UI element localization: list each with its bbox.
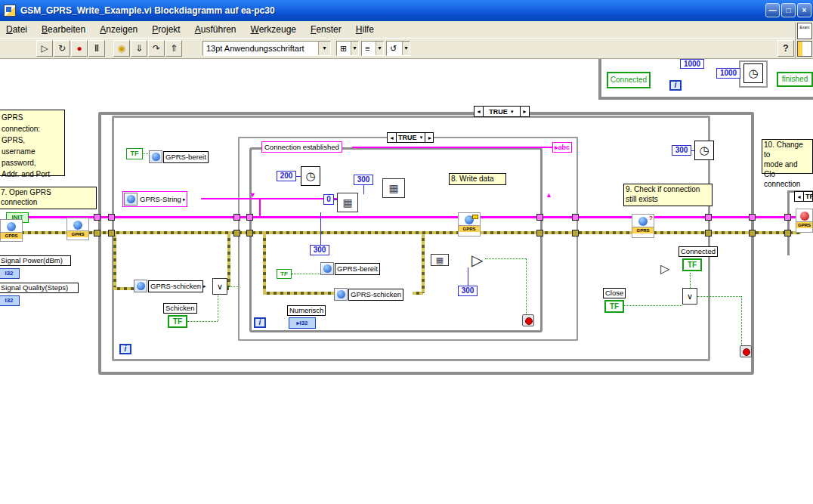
signal-power-label[interactable]: Signal Power(dBm) bbox=[0, 255, 71, 266]
reorder-dropdown[interactable]: ↺ ▼ bbox=[386, 41, 410, 56]
block-diagram-canvas[interactable]: 1000 Connected 1000 ◷ i finished GPRS co… bbox=[0, 59, 813, 504]
close-label[interactable]: Close bbox=[603, 288, 626, 298]
connected-boolean-indicator[interactable]: TF bbox=[682, 258, 702, 271]
gprs-schicken-subvi[interactable]: GPRS-schicken ▸ bbox=[134, 280, 207, 292]
index-array-node[interactable]: ▦ bbox=[337, 193, 358, 212]
or-function[interactable]: ∨ bbox=[212, 278, 227, 295]
run-button[interactable]: ▷ bbox=[36, 40, 53, 57]
highlight-execution-button[interactable]: ◉ bbox=[113, 40, 130, 57]
case-selector-inner[interactable]: ◄ TRUE▼ ► bbox=[387, 132, 434, 143]
wait-ms-node[interactable]: ◷ bbox=[301, 166, 320, 186]
gprs-bereit-subvi[interactable]: GPRS-bereit bbox=[149, 150, 209, 163]
boolean-constant-tf2[interactable]: TF bbox=[277, 269, 292, 279]
gprs-send-subvi[interactable]: GPRS bbox=[458, 212, 481, 237]
gprs-open-subvi[interactable]: GPRS bbox=[0, 219, 23, 242]
tunnel bbox=[784, 230, 791, 237]
signal-power-terminal[interactable]: I32 bbox=[0, 268, 20, 279]
connected-indicator-top[interactable]: Connected bbox=[607, 72, 651, 88]
case-selector-clipped[interactable]: ◄ TR bbox=[794, 191, 813, 202]
iteration-terminal-inner[interactable]: i bbox=[254, 317, 266, 328]
case-next-icon[interactable]: ► bbox=[425, 133, 434, 142]
signal-quality-label[interactable]: Signal Quality(Steps) bbox=[0, 283, 79, 293]
gprs-connect-subvi[interactable]: GPRS bbox=[66, 218, 89, 240]
connected-label[interactable]: Connected bbox=[679, 246, 718, 257]
pause-button[interactable]: ‖ bbox=[88, 40, 105, 57]
help-button[interactable]: ? bbox=[777, 40, 794, 57]
stop-condition-terminal-outer[interactable] bbox=[740, 345, 752, 357]
gprs-bereit-subvi2[interactable]: GPRS-bereit bbox=[320, 262, 380, 275]
case-dropdown-icon[interactable]: ▼ bbox=[510, 110, 515, 114]
distribute-dropdown-icon[interactable]: ▼ bbox=[376, 42, 383, 55]
step-over-button[interactable]: ↷ bbox=[148, 40, 165, 57]
step-into-button[interactable]: ⇓ bbox=[131, 40, 147, 57]
minimize-button[interactable]: — bbox=[765, 3, 780, 17]
menu-fenster[interactable]: Fenster bbox=[304, 21, 348, 39]
numeric-constant-300c[interactable]: 300 bbox=[458, 286, 478, 296]
step8-label[interactable]: 8. Write data bbox=[449, 173, 506, 185]
schicken-label[interactable]: Schicken bbox=[163, 303, 197, 314]
wait-ms-node2[interactable]: ◷ bbox=[694, 141, 714, 160]
menu-werkzeuge[interactable]: Werkzeuge bbox=[245, 21, 302, 39]
menu-datei[interactable]: Datei bbox=[0, 21, 33, 39]
structure-fragment-hline bbox=[598, 97, 813, 100]
align-objects-dropdown[interactable]: ⊞ ▼ bbox=[336, 41, 359, 56]
close-button[interactable]: × bbox=[797, 3, 811, 17]
font-selector[interactable]: 13pt Anwendungsschriftart ▼ bbox=[202, 41, 331, 56]
connection-established-string[interactable]: Connection established bbox=[261, 141, 342, 153]
gprs-schicken-subvi2[interactable]: GPRS-schicken bbox=[334, 288, 403, 301]
boolean-constant-tf[interactable]: TF bbox=[126, 148, 143, 159]
string-tunnel-abc[interactable]: ▸abc bbox=[552, 142, 572, 153]
menu-bearbeiten[interactable]: Bearbeiten bbox=[36, 21, 91, 39]
numeric-constant-200[interactable]: 200 bbox=[277, 171, 296, 181]
wait-ms-node-top[interactable]: ◷ bbox=[743, 63, 763, 83]
stop-condition-terminal-inner[interactable] bbox=[522, 314, 534, 326]
menu-ausfuehren[interactable]: Ausführen bbox=[189, 21, 243, 39]
menu-hilfe[interactable]: Hilfe bbox=[350, 21, 380, 39]
numerisch-label[interactable]: Numerisch bbox=[287, 305, 326, 316]
signal-quality-terminal[interactable]: I32 bbox=[0, 295, 20, 306]
run-continuous-button[interactable]: ↻ bbox=[54, 40, 70, 57]
maximize-button[interactable]: □ bbox=[781, 3, 796, 17]
comparison-node[interactable]: ▷ bbox=[471, 252, 483, 267]
gprs-connection-note[interactable]: GPRS connection: GPRS, username password… bbox=[0, 110, 65, 176]
distribute-objects-dropdown[interactable]: ≡ ▼ bbox=[361, 41, 384, 56]
step10-label[interactable]: 10. Change to mode and Clo connection bbox=[762, 139, 813, 174]
abort-button[interactable]: ● bbox=[71, 40, 88, 57]
gprs-string-subvi[interactable]: GPRS-String ▸ bbox=[122, 191, 187, 207]
case-prev-icon[interactable]: ◄ bbox=[475, 107, 484, 116]
case-next-icon[interactable]: ► bbox=[520, 107, 529, 116]
iteration-terminal-top[interactable]: i bbox=[669, 80, 682, 91]
step9-label[interactable]: 9. Check if connection still exists bbox=[623, 184, 713, 206]
tunnel bbox=[749, 230, 756, 237]
numeric-constant-0[interactable]: 0 bbox=[323, 194, 334, 205]
vi-icon-pane[interactable]: Exam bbox=[797, 23, 812, 58]
step7-label[interactable]: 7. Open GPRS connection bbox=[0, 187, 97, 209]
menu-anzeigen[interactable]: Anzeigen bbox=[94, 21, 144, 39]
boolean-wire bbox=[690, 273, 691, 288]
gprs-close-subvi[interactable]: GPRS bbox=[796, 209, 813, 233]
numeric-constant-1000b[interactable]: 1000 bbox=[716, 68, 740, 79]
numeric-constant-300d[interactable]: 300 bbox=[672, 145, 691, 156]
numerisch-indicator-terminal[interactable]: ▸I32 bbox=[289, 317, 316, 329]
align-dropdown-icon[interactable]: ▼ bbox=[351, 42, 358, 55]
reorder-dropdown-icon[interactable]: ▼ bbox=[402, 42, 410, 55]
iteration-terminal-outer[interactable]: i bbox=[119, 344, 131, 354]
step-out-button[interactable]: ⇑ bbox=[165, 40, 182, 57]
close-boolean-control[interactable]: TF bbox=[604, 300, 624, 313]
menu-projekt[interactable]: Projekt bbox=[146, 21, 186, 39]
finished-indicator[interactable]: finished bbox=[777, 72, 813, 87]
numeric-constant-300b[interactable]: 300 bbox=[310, 245, 329, 255]
comparison-node2[interactable]: ▷ bbox=[660, 263, 669, 275]
schicken-boolean-control[interactable]: TF bbox=[168, 315, 187, 328]
case-dropdown-icon[interactable]: ▼ bbox=[419, 135, 423, 140]
case-prev-icon[interactable]: ◄ bbox=[795, 192, 804, 201]
or-function2[interactable]: ∨ bbox=[682, 288, 697, 305]
numeric-constant-1000[interactable]: 1000 bbox=[680, 59, 704, 69]
font-dropdown-icon[interactable]: ▼ bbox=[318, 42, 330, 55]
gprs-check-subvi[interactable]: ? GPRS bbox=[632, 214, 654, 238]
string-length-node[interactable]: ▦ bbox=[431, 254, 449, 266]
numeric-constant-300a[interactable]: 300 bbox=[354, 175, 373, 185]
build-array-node[interactable]: ▦ bbox=[382, 178, 405, 198]
case-selector-outer[interactable]: ◄ TRUE▼ ► bbox=[474, 106, 530, 117]
case-prev-icon[interactable]: ◄ bbox=[388, 133, 397, 142]
